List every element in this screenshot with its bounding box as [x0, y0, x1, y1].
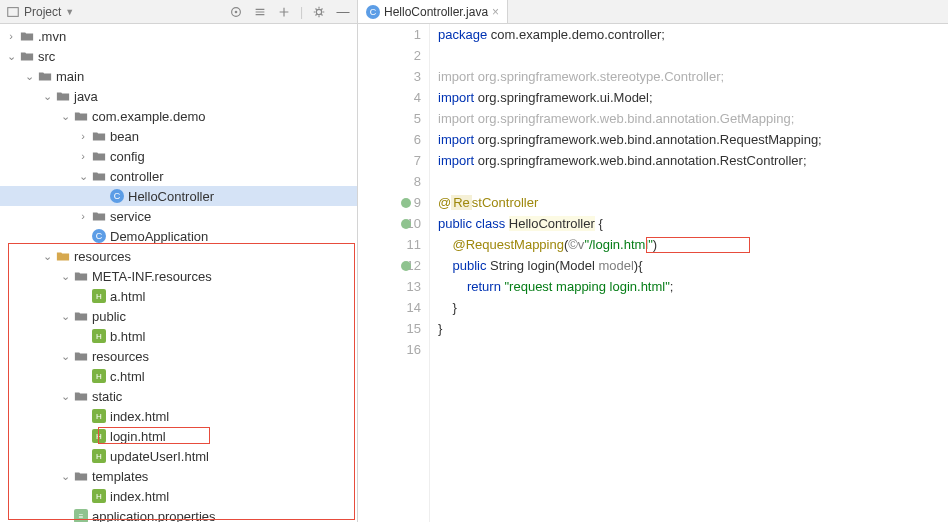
code-editor[interactable]: 12345678910111213141516 package com.exam… — [358, 24, 948, 522]
code-line[interactable]: import org.springframework.web.bind.anno… — [438, 129, 948, 150]
code-line[interactable]: public class HelloController { — [438, 213, 948, 234]
chevron-icon[interactable]: ⌄ — [60, 470, 70, 483]
code-line[interactable]: } — [438, 297, 948, 318]
tree-node[interactable]: ⌄resources — [0, 246, 357, 266]
dropdown-icon: ▼ — [65, 7, 74, 17]
tree-node[interactable]: Hc.html — [0, 366, 357, 386]
tree-node[interactable]: HupdateUserI.html — [0, 446, 357, 466]
gutter-line: 2 — [358, 45, 421, 66]
tree-node[interactable]: Hindex.html — [0, 486, 357, 506]
svg-point-2 — [235, 10, 238, 13]
sidebar-header: Project ▼ | — — [0, 0, 357, 24]
tree-node[interactable]: ›service — [0, 206, 357, 226]
tree-node[interactable]: ›bean — [0, 126, 357, 146]
tree-node[interactable]: ⌄com.example.demo — [0, 106, 357, 126]
code-line[interactable]: public String login(Model model){ — [438, 255, 948, 276]
chevron-icon[interactable]: ⌄ — [6, 50, 16, 63]
tree-node[interactable]: ⌄src — [0, 46, 357, 66]
folder-icon — [55, 88, 71, 104]
tree-node[interactable]: ⌄static — [0, 386, 357, 406]
tree-node[interactable]: Ha.html — [0, 286, 357, 306]
code-line[interactable]: @RestController — [438, 192, 948, 213]
chevron-icon[interactable]: › — [78, 130, 88, 142]
html-file-icon: H — [91, 408, 107, 424]
gutter-line: 12 — [358, 255, 421, 276]
editor-tab[interactable]: C HelloController.java × — [358, 0, 508, 23]
folder-icon — [19, 48, 35, 64]
chevron-icon[interactable]: › — [78, 150, 88, 162]
tree-node-label: service — [110, 209, 151, 224]
tree-node[interactable]: CHelloController — [0, 186, 357, 206]
chevron-icon[interactable]: ⌄ — [24, 70, 34, 83]
tree-node[interactable]: ⌄templates — [0, 466, 357, 486]
close-icon[interactable]: × — [492, 5, 499, 19]
gutter-line: 11 — [358, 234, 421, 255]
chevron-icon[interactable]: ⌄ — [78, 170, 88, 183]
tree-node[interactable]: ≡application.properties — [0, 506, 357, 522]
folder-icon — [73, 268, 89, 284]
chevron-icon[interactable]: ⌄ — [42, 90, 52, 103]
chevron-icon[interactable]: › — [6, 30, 16, 42]
chevron-icon[interactable]: ⌄ — [60, 110, 70, 123]
run-gutter-icon[interactable] — [398, 257, 412, 271]
run-gutter-icon[interactable] — [398, 194, 412, 208]
tree-node[interactable]: ›config — [0, 146, 357, 166]
tree-node[interactable]: CDemoApplication — [0, 226, 357, 246]
java-file-icon: C — [366, 5, 380, 19]
svg-point-4 — [401, 198, 411, 208]
chevron-icon[interactable]: ⌄ — [60, 390, 70, 403]
code-line[interactable]: @RequestMapping(©v"/login.html") — [438, 234, 948, 255]
java-class-icon: C — [109, 188, 125, 204]
tree-node[interactable]: Hlogin.html — [0, 426, 357, 446]
tree-node[interactable]: ⌄main — [0, 66, 357, 86]
select-opened-icon[interactable] — [228, 4, 244, 20]
project-tree[interactable]: ›.mvn⌄src⌄main⌄java⌄com.example.demo›bea… — [0, 24, 357, 522]
chevron-icon[interactable]: ⌄ — [60, 350, 70, 363]
code-line[interactable] — [438, 45, 948, 66]
folder-icon — [37, 68, 53, 84]
code-line[interactable]: import org.springframework.stereotype.Co… — [438, 66, 948, 87]
code-line[interactable]: package com.example.demo.controller; — [438, 24, 948, 45]
settings-icon[interactable] — [311, 4, 327, 20]
project-title[interactable]: Project ▼ — [6, 5, 74, 19]
chevron-icon[interactable]: ⌄ — [60, 310, 70, 323]
svg-point-6 — [401, 261, 411, 271]
code-line[interactable]: } — [438, 318, 948, 339]
tree-node-label: b.html — [110, 329, 145, 344]
code-body[interactable]: package com.example.demo.controller;impo… — [430, 24, 948, 522]
gutter-line: 3 — [358, 66, 421, 87]
editor-pane: C HelloController.java × 123456789101112… — [358, 0, 948, 522]
tree-node[interactable]: ⌄META-INF.resources — [0, 266, 357, 286]
tree-node-label: controller — [110, 169, 163, 184]
properties-file-icon: ≡ — [73, 508, 89, 522]
tree-node-label: config — [110, 149, 145, 164]
chevron-icon[interactable]: › — [78, 210, 88, 222]
chevron-icon[interactable]: ⌄ — [42, 250, 52, 263]
code-line[interactable] — [438, 339, 948, 360]
gutter-line: 1 — [358, 24, 421, 45]
code-line[interactable]: import org.springframework.web.bind.anno… — [438, 108, 948, 129]
code-line[interactable]: import org.springframework.web.bind.anno… — [438, 150, 948, 171]
run-gutter-icon[interactable] — [398, 215, 412, 229]
chevron-icon[interactable]: ⌄ — [60, 270, 70, 283]
tree-node-label: java — [74, 89, 98, 104]
folder-icon — [73, 468, 89, 484]
tree-node[interactable]: Hb.html — [0, 326, 357, 346]
tree-node[interactable]: ⌄controller — [0, 166, 357, 186]
html-file-icon: H — [91, 428, 107, 444]
tree-node[interactable]: Hindex.html — [0, 406, 357, 426]
expand-all-icon[interactable] — [252, 4, 268, 20]
tree-node[interactable]: ⌄java — [0, 86, 357, 106]
tree-node-label: HelloController — [128, 189, 214, 204]
tree-node[interactable]: ⌄public — [0, 306, 357, 326]
tree-node-label: bean — [110, 129, 139, 144]
code-line[interactable]: import org.springframework.ui.Model; — [438, 87, 948, 108]
collapse-all-icon[interactable] — [276, 4, 292, 20]
html-file-icon: H — [91, 288, 107, 304]
code-line[interactable] — [438, 171, 948, 192]
hide-icon[interactable]: — — [335, 4, 351, 20]
tree-node[interactable]: ⌄resources — [0, 346, 357, 366]
code-line[interactable]: return "request mapping login.html"; — [438, 276, 948, 297]
tree-node[interactable]: ›.mvn — [0, 26, 357, 46]
gutter-line: 7 — [358, 150, 421, 171]
